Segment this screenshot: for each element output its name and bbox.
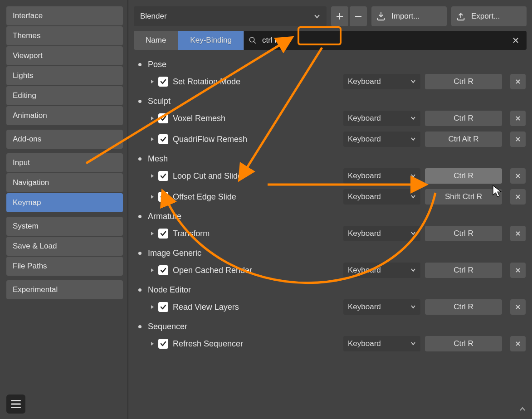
save-load-menu-button[interactable] <box>6 395 25 414</box>
check-icon <box>160 78 166 85</box>
preferences-sidebar: InterfaceThemesViewportLightsEditingAnim… <box>0 0 128 419</box>
sidebar-item-experimental[interactable]: Experimental <box>6 280 123 299</box>
sidebar-item-file-paths[interactable]: File Paths <box>6 257 123 276</box>
input-type-select[interactable]: Keyboard <box>343 74 420 89</box>
preset-remove-button[interactable] <box>350 6 367 26</box>
input-type-select[interactable]: Keyboard <box>343 111 420 126</box>
check-icon <box>160 194 166 200</box>
sidebar-item-themes[interactable]: Themes <box>6 26 123 45</box>
enabled-checkbox[interactable] <box>158 339 168 349</box>
sidebar-item-interface[interactable]: Interface <box>6 6 123 25</box>
sidebar-item-keymap[interactable]: Keymap <box>6 193 123 212</box>
remove-keymap-button[interactable] <box>510 111 526 126</box>
remove-keymap-button[interactable] <box>510 263 526 278</box>
input-type-select[interactable]: Keyboard <box>343 132 420 147</box>
expand-chevron-icon[interactable] <box>519 405 526 414</box>
enabled-checkbox[interactable] <box>158 229 168 239</box>
disclosure-button[interactable] <box>150 230 154 237</box>
import-button[interactable]: Import... <box>371 6 447 26</box>
remove-keymap-button[interactable] <box>510 168 526 184</box>
input-type-select[interactable]: Keyboard <box>343 226 420 241</box>
keymap-section-head[interactable]: Sequencer <box>134 320 527 333</box>
shortcut-button[interactable]: Ctrl R <box>425 226 502 241</box>
sidebar-item-editing[interactable]: Editing <box>6 86 123 105</box>
export-label: Export... <box>471 12 500 21</box>
disclosure-button[interactable] <box>150 267 154 274</box>
section-title: Node Editor <box>148 285 191 295</box>
disclosure-button[interactable] <box>150 78 154 85</box>
shortcut-button[interactable]: Ctrl R <box>425 111 502 126</box>
input-type-select[interactable]: Keyboard <box>343 263 420 278</box>
remove-keymap-button[interactable] <box>510 336 526 351</box>
close-icon <box>515 79 521 84</box>
disclosure-triangle-icon <box>150 174 155 178</box>
enabled-checkbox[interactable] <box>158 77 168 87</box>
input-type-select[interactable]: Keyboard <box>343 189 420 205</box>
bullet-icon <box>138 252 142 255</box>
sidebar-item-system[interactable]: System <box>6 217 123 236</box>
enabled-checkbox[interactable] <box>158 171 168 181</box>
remove-keymap-button[interactable] <box>510 226 526 241</box>
chevron-down-icon <box>410 268 416 273</box>
enabled-checkbox[interactable] <box>158 113 168 123</box>
export-icon <box>456 11 466 21</box>
shortcut-button[interactable]: Shift Ctrl R <box>425 189 502 205</box>
disclosure-button[interactable] <box>150 340 154 347</box>
clear-search-button[interactable] <box>509 34 522 47</box>
disclosure-button[interactable] <box>150 193 154 200</box>
input-type-select[interactable]: Keyboard <box>343 336 420 351</box>
keymap-label: Open Cached Render <box>173 266 339 275</box>
shortcut-button[interactable]: Ctrl R <box>425 299 502 315</box>
disclosure-button[interactable] <box>150 172 154 180</box>
enabled-checkbox[interactable] <box>158 302 168 312</box>
chevron-down-icon <box>410 341 416 346</box>
sidebar-item-add-ons[interactable]: Add-ons <box>6 130 123 149</box>
close-icon <box>515 341 521 346</box>
shortcut-button[interactable]: Ctrl R <box>425 336 502 351</box>
shortcut-button[interactable]: Ctrl R <box>425 168 502 184</box>
preset-select[interactable]: Blender <box>134 6 327 26</box>
input-type-select[interactable]: Keyboard <box>343 299 420 315</box>
keymap-section-head[interactable]: Mesh <box>134 152 527 166</box>
keymap-section-head[interactable]: Pose <box>134 58 527 71</box>
disclosure-triangle-icon <box>150 231 155 236</box>
shortcut-button[interactable]: Ctrl R <box>425 263 502 278</box>
input-type-select[interactable]: Keyboard <box>343 168 420 184</box>
enabled-checkbox[interactable] <box>158 192 168 202</box>
bullet-icon <box>138 100 142 103</box>
shortcut-button[interactable]: Ctrl Alt R <box>425 132 502 147</box>
remove-keymap-button[interactable] <box>510 299 526 315</box>
disclosure-triangle-icon <box>150 195 155 199</box>
preset-add-button[interactable] <box>331 6 348 26</box>
export-button[interactable]: Export... <box>451 6 527 26</box>
keymap-section-head[interactable]: Image Generic <box>134 247 527 260</box>
sidebar-item-input[interactable]: Input <box>6 153 123 172</box>
remove-keymap-button[interactable] <box>510 189 526 205</box>
chevron-down-icon <box>410 173 416 179</box>
filter-name-button[interactable]: Name <box>134 31 178 50</box>
remove-keymap-button[interactable] <box>510 132 526 147</box>
sidebar-item-lights[interactable]: Lights <box>6 66 123 85</box>
sidebar-item-animation[interactable]: Animation <box>6 106 123 125</box>
disclosure-button[interactable] <box>150 136 154 143</box>
shortcut-button[interactable]: Ctrl R <box>425 74 502 89</box>
close-icon <box>515 116 521 121</box>
sidebar-item-save-load[interactable]: Save & Load <box>6 237 123 256</box>
remove-keymap-button[interactable] <box>510 74 526 89</box>
chevron-down-icon <box>314 13 320 19</box>
enabled-checkbox[interactable] <box>158 265 168 275</box>
disclosure-button[interactable] <box>150 303 154 311</box>
svg-point-3 <box>249 37 254 42</box>
search-input[interactable] <box>261 35 505 45</box>
sidebar-item-navigation[interactable]: Navigation <box>6 173 123 192</box>
filter-name-label: Name <box>146 36 166 45</box>
disclosure-button[interactable] <box>150 115 154 122</box>
keymap-section-head[interactable]: Node Editor <box>134 283 527 297</box>
keymap-row: Open Cached RenderKeyboardCtrl R <box>134 260 527 281</box>
check-icon <box>160 173 166 179</box>
keymap-section-head[interactable]: Armature <box>134 210 527 223</box>
enabled-checkbox[interactable] <box>158 134 168 144</box>
keymap-section-head[interactable]: Sculpt <box>134 95 527 108</box>
sidebar-item-viewport[interactable]: Viewport <box>6 46 123 65</box>
filter-keybinding-button[interactable]: Key-Binding <box>178 31 244 50</box>
